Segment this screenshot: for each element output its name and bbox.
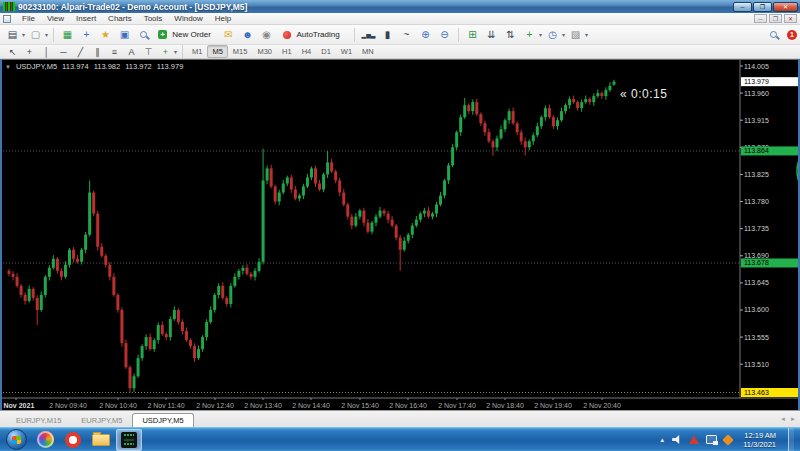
app-logo-icon [3,2,15,11]
tile-windows-button[interactable]: ⊞ [464,27,481,43]
time-axis-label: 2 Nov 14:40 [292,402,330,409]
menu-tools[interactable]: Tools [138,14,169,23]
minimize-button[interactable]: ─ [733,2,752,12]
menu-charts[interactable]: Charts [102,14,138,23]
maximize-button[interactable]: ❐ [753,2,772,12]
svg-text:113.678: 113.678 [744,259,769,266]
child-minimize-button[interactable]: ─ [754,14,767,23]
periods-dropdown-arrow[interactable]: ▾ [562,31,565,38]
window-title: 90233100: Alpari-Trade02 - Demo Account … [18,2,247,12]
strategy-tester-button[interactable] [135,27,152,43]
tab-scroll-left-icon[interactable]: ◄ [780,416,786,422]
clock-date: 11/3/2021 [743,440,776,449]
market-watch-button[interactable]: ▦ [59,27,76,43]
notification-badge[interactable]: 1 [787,30,797,40]
new-order-button[interactable]: + New Order [154,27,218,43]
timeframe-w1-button[interactable]: W1 [336,45,357,58]
price-chart[interactable]: 114.005113.960113.915113.870113.825113.7… [0,60,800,411]
tray-alpari-icon[interactable] [723,434,734,445]
tab-scroll-right-icon[interactable]: ► [790,416,796,422]
bar-chart-button[interactable]: ▂▅▃ [360,27,377,43]
timeframe-h4-button[interactable]: H4 [297,45,317,58]
taskbar-clock[interactable]: 12:19 AM 11/3/2021 [743,431,776,449]
taskbar-opera-button[interactable] [60,429,86,451]
channel-tool-button[interactable]: ∥ [90,46,105,58]
text-label-tool-button[interactable]: ⊤ [141,46,156,58]
taskbar-alpari-button[interactable]: alpari [116,429,142,451]
data-window-button[interactable]: + [78,27,95,43]
candle-countdown-label: « 0:0:15 [620,87,667,101]
autotrading-status-icon [283,31,291,39]
clock-time: 12:19 AM [743,431,776,440]
navigator-button[interactable]: ★ [97,27,114,43]
trendline-tool-button[interactable]: ╱ [73,46,88,58]
templates-button[interactable]: ▨ [567,27,584,43]
search-button[interactable] [765,27,782,43]
menu-view[interactable]: View [41,14,70,23]
menu-window[interactable]: Window [168,14,208,23]
cursor-tool-button[interactable]: ↖ [5,46,20,58]
close-button[interactable]: ✕ [773,2,798,12]
tab-eurjpy-m15[interactable]: EURJPY,M15 [6,413,71,427]
profiles-dropdown-arrow[interactable]: ▾ [45,31,48,38]
community-button[interactable]: ☻ [239,27,256,43]
volume-icon[interactable] [672,435,682,444]
metaeditor-button[interactable]: ✉ [220,27,237,43]
timeframe-m5-button[interactable]: M5 [207,45,227,58]
text-tool-button[interactable]: A [124,46,139,58]
terminal-button[interactable]: ▣ [116,27,133,43]
taskbar-browser-button[interactable] [32,429,58,451]
indicators-button[interactable]: + [521,27,538,43]
standard-toolbar: ▤ ▾ ▢ ▾ ▦ + ★ ▣ + New Order ✉ ☻ ◉ AutoTr… [0,25,800,45]
arrange-vertical-button[interactable]: ⇊ [483,27,500,43]
network-icon[interactable] [706,435,717,444]
timeframe-m15-button[interactable]: M15 [228,45,253,58]
timeframe-d1-button[interactable]: D1 [316,45,336,58]
order-level-tag-upper: 113.864 [741,146,798,155]
vertical-line-tool-button[interactable]: │ [39,46,54,58]
timeframe-m1-button[interactable]: M1 [187,45,207,58]
horizontal-line-tool-button[interactable]: ─ [56,46,71,58]
new-chart-button[interactable]: ▤ [4,27,21,43]
crosshair-tool-button[interactable]: + [22,46,37,58]
new-chart-dropdown-arrow[interactable]: ▾ [22,31,25,38]
show-hidden-icons-button[interactable]: ▲ [659,437,665,443]
time-axis-label: 2 Nov 11:40 [147,402,184,409]
indicators-dropdown-arrow[interactable]: ▾ [539,31,542,38]
tab-eurjpy-m5[interactable]: EURJPY,M5 [71,413,132,427]
candlestick-chart-button[interactable]: ▮ [379,27,396,43]
tab-usdjpy-m5[interactable]: USDJPY,M5 [132,413,193,428]
menu-help[interactable]: Help [209,14,237,23]
bid-price-tag: 113.979 [741,77,798,86]
shapes-tool-button[interactable]: + [158,46,173,58]
timeframe-h1-button[interactable]: H1 [277,45,297,58]
one-click-trading-toggle-icon[interactable]: ▼ [5,64,11,70]
news-button[interactable]: ◉ [258,27,275,43]
child-restore-button[interactable]: ❐ [769,14,782,23]
shapes-dropdown-arrow[interactable]: ▾ [174,48,177,55]
taskbar-explorer-button[interactable] [88,429,114,451]
child-close-button[interactable]: ✕ [784,14,797,23]
zoom-out-button[interactable]: ⊖ [436,27,453,43]
toolbar-separator [458,28,459,42]
browser-swirl-icon [37,431,54,448]
opera-icon [65,432,81,448]
chart-area[interactable]: 114.005113.960113.915113.870113.825113.7… [0,59,800,410]
autotrading-button[interactable]: AutoTrading [277,27,349,43]
new-order-label: New Order [172,30,211,39]
menu-file[interactable]: File [16,14,41,23]
zoom-in-button[interactable]: ⊕ [417,27,434,43]
menu-insert[interactable]: Insert [70,14,102,23]
start-button[interactable] [6,429,27,450]
periods-button[interactable]: ◷ [544,27,561,43]
show-desktop-button[interactable] [788,428,794,451]
fibonacci-tool-button[interactable]: ≡ [107,46,122,58]
templates-dropdown-arrow[interactable]: ▾ [585,31,588,38]
line-chart-button[interactable]: ~ [398,27,415,43]
timeframe-m30-button[interactable]: M30 [252,45,277,58]
profiles-button[interactable]: ▢ [27,27,44,43]
price-axis-label: 113.645 [744,279,769,286]
arrange-horizontal-button[interactable]: ⇅ [502,27,519,43]
tray-alert-icon[interactable] [689,435,699,444]
timeframe-mn-button[interactable]: MN [357,45,379,58]
